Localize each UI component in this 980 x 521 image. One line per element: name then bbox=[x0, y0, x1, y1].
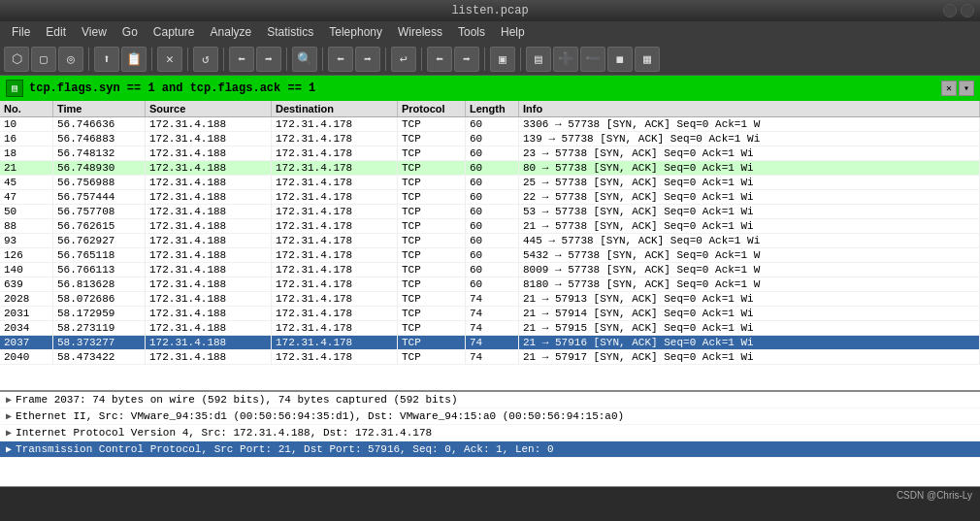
status-text: CSDN @Chris-Ly bbox=[897, 490, 972, 501]
menu-item-help[interactable]: Help bbox=[493, 23, 533, 41]
cell-len: 60 bbox=[466, 132, 519, 146]
toolbar-button-20[interactable]: ▦ bbox=[635, 47, 660, 72]
table-row[interactable]: 1856.748132172.31.4.188172.31.4.178TCP60… bbox=[0, 147, 980, 161]
menu-item-go[interactable]: Go bbox=[114, 23, 146, 41]
menu-item-capture[interactable]: Capture bbox=[146, 23, 203, 41]
cell-proto: TCP bbox=[398, 161, 466, 175]
cell-time: 56.766113 bbox=[53, 263, 146, 277]
menu-item-tools[interactable]: Tools bbox=[450, 23, 493, 41]
table-row[interactable]: 204058.473422172.31.4.188172.31.4.178TCP… bbox=[0, 350, 980, 365]
toolbar-button-11[interactable]: ➡ bbox=[355, 47, 380, 72]
table-row[interactable]: 12656.765118172.31.4.188172.31.4.178TCP6… bbox=[0, 248, 980, 263]
detail-pane: ▶Frame 2037: 74 bytes on wire (592 bits)… bbox=[0, 392, 980, 487]
cell-src: 172.31.4.188 bbox=[146, 350, 272, 364]
toolbar-button-4[interactable]: 📋 bbox=[121, 47, 147, 72]
cell-time: 58.172959 bbox=[53, 307, 146, 320]
cell-dst: 172.31.4.178 bbox=[272, 321, 398, 335]
toolbar-button-17[interactable]: ➕ bbox=[553, 47, 578, 72]
cell-src: 172.31.4.188 bbox=[146, 176, 272, 189]
table-row[interactable]: 202858.072686172.31.4.188172.31.4.178TCP… bbox=[0, 292, 980, 307]
cell-src: 172.31.4.188 bbox=[146, 219, 272, 233]
cell-proto: TCP bbox=[398, 219, 466, 233]
toolbar-button-9[interactable]: 🔍 bbox=[292, 47, 317, 72]
cell-proto: TCP bbox=[398, 234, 466, 247]
cell-proto: TCP bbox=[398, 205, 466, 218]
toolbar-button-1[interactable]: ▢ bbox=[31, 47, 56, 72]
cell-dst: 172.31.4.178 bbox=[272, 234, 398, 247]
menu-item-wireless[interactable]: Wireless bbox=[390, 23, 450, 41]
cell-time: 56.765118 bbox=[53, 248, 146, 262]
table-row[interactable]: 4556.756988172.31.4.188172.31.4.178TCP60… bbox=[0, 176, 980, 190]
table-row[interactable]: 1656.746883172.31.4.188172.31.4.178TCP60… bbox=[0, 132, 980, 147]
table-row[interactable]: 203458.273119172.31.4.188172.31.4.178TCP… bbox=[0, 321, 980, 336]
menu-item-statistics[interactable]: Statistics bbox=[259, 23, 321, 41]
table-row[interactable]: 5056.757708172.31.4.188172.31.4.178TCP60… bbox=[0, 205, 980, 219]
col-header-source: Source bbox=[146, 101, 272, 116]
filter-text[interactable]: tcp.flags.syn == 1 and tcp.flags.ack == … bbox=[29, 81, 941, 95]
cell-len: 74 bbox=[466, 321, 519, 335]
detail-text: Internet Protocol Version 4, Src: 172.31… bbox=[16, 427, 432, 439]
toolbar-separator bbox=[385, 48, 386, 71]
toolbar-button-0[interactable]: ⬡ bbox=[4, 47, 29, 72]
detail-item-3[interactable]: ▶Transmission Control Protocol, Src Port… bbox=[0, 441, 980, 458]
filter-clear-button[interactable]: ✕ bbox=[941, 81, 957, 96]
detail-item-2[interactable]: ▶Internet Protocol Version 4, Src: 172.3… bbox=[0, 425, 980, 441]
cell-len: 60 bbox=[466, 219, 519, 233]
toolbar-separator bbox=[286, 48, 287, 71]
minimize-button[interactable] bbox=[943, 4, 957, 17]
cell-time: 56.756988 bbox=[53, 176, 146, 189]
cell-time: 58.473422 bbox=[53, 350, 146, 364]
table-row[interactable]: 8856.762615172.31.4.188172.31.4.178TCP60… bbox=[0, 219, 980, 234]
toolbar-button-3[interactable]: ⬆ bbox=[94, 47, 119, 72]
menu-item-telephony[interactable]: Telephony bbox=[321, 23, 390, 41]
cell-info: 21 → 57914 [SYN, ACK] Seq=0 Ack=1 Wi bbox=[519, 307, 980, 320]
toolbar-button-14[interactable]: ➡ bbox=[454, 47, 479, 72]
cell-len: 60 bbox=[466, 205, 519, 218]
maximize-button[interactable] bbox=[961, 4, 974, 17]
filter-bar: ▤ tcp.flags.syn == 1 and tcp.flags.ack =… bbox=[0, 76, 980, 101]
table-row[interactable]: 9356.762927172.31.4.188172.31.4.178TCP60… bbox=[0, 234, 980, 248]
toolbar-button-10[interactable]: ⬅ bbox=[328, 47, 353, 72]
cell-time: 56.748930 bbox=[53, 161, 146, 175]
table-row[interactable]: 1056.746636172.31.4.188172.31.4.178TCP60… bbox=[0, 117, 980, 132]
cell-len: 74 bbox=[466, 350, 519, 364]
cell-proto: TCP bbox=[398, 321, 466, 335]
detail-item-1[interactable]: ▶Ethernet II, Src: VMware_94:35:d1 (00:5… bbox=[0, 408, 980, 425]
menu-item-view[interactable]: View bbox=[74, 23, 114, 41]
toolbar-button-15[interactable]: ▣ bbox=[490, 47, 515, 72]
toolbar-button-5[interactable]: ✕ bbox=[157, 47, 182, 72]
cell-time: 56.757444 bbox=[53, 190, 146, 204]
cell-len: 60 bbox=[466, 277, 519, 291]
toolbar-button-2[interactable]: ◎ bbox=[58, 47, 83, 72]
table-row[interactable]: 14056.766113172.31.4.188172.31.4.178TCP6… bbox=[0, 263, 980, 277]
toolbar-button-13[interactable]: ⬅ bbox=[427, 47, 452, 72]
toolbar-button-8[interactable]: ➡ bbox=[256, 47, 281, 72]
table-row[interactable]: 2156.748930172.31.4.188172.31.4.178TCP60… bbox=[0, 161, 980, 176]
status-bar: CSDN @Chris-Ly bbox=[0, 487, 980, 503]
cell-dst: 172.31.4.178 bbox=[272, 205, 398, 218]
col-header-length: Length bbox=[466, 101, 519, 116]
toolbar-button-12[interactable]: ↩ bbox=[391, 47, 416, 72]
filter-arrow-button[interactable]: ▾ bbox=[959, 81, 974, 96]
toolbar-button-19[interactable]: ◼ bbox=[607, 47, 633, 72]
cell-dst: 172.31.4.178 bbox=[272, 176, 398, 189]
menu-item-file[interactable]: File bbox=[4, 23, 38, 41]
detail-item-0[interactable]: ▶Frame 2037: 74 bytes on wire (592 bits)… bbox=[0, 392, 980, 408]
toolbar-button-7[interactable]: ⬅ bbox=[229, 47, 254, 72]
cell-no: 16 bbox=[0, 132, 53, 146]
toolbar-separator bbox=[421, 48, 422, 71]
cell-dst: 172.31.4.178 bbox=[272, 263, 398, 277]
toolbar-button-18[interactable]: ➖ bbox=[580, 47, 605, 72]
col-header-info: Info bbox=[519, 101, 980, 116]
cell-src: 172.31.4.188 bbox=[146, 248, 272, 262]
menu-item-analyze[interactable]: Analyze bbox=[203, 23, 260, 41]
cell-info: 53 → 57738 [SYN, ACK] Seq=0 Ack=1 Wi bbox=[519, 205, 980, 218]
menu-item-edit[interactable]: Edit bbox=[38, 23, 74, 41]
table-row[interactable]: 63956.813628172.31.4.188172.31.4.178TCP6… bbox=[0, 277, 980, 292]
cell-proto: TCP bbox=[398, 277, 466, 291]
toolbar-button-6[interactable]: ↺ bbox=[193, 47, 218, 72]
table-row[interactable]: 203158.172959172.31.4.188172.31.4.178TCP… bbox=[0, 307, 980, 321]
table-row[interactable]: 203758.373277172.31.4.188172.31.4.178TCP… bbox=[0, 336, 980, 350]
table-row[interactable]: 4756.757444172.31.4.188172.31.4.178TCP60… bbox=[0, 190, 980, 205]
toolbar-button-16[interactable]: ▤ bbox=[526, 47, 551, 72]
